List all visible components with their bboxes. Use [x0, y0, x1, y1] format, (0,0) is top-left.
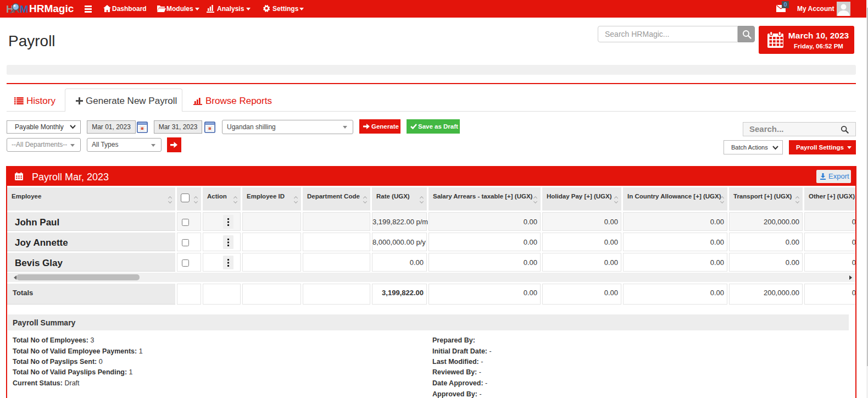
svg-text:M: M [20, 3, 27, 15]
